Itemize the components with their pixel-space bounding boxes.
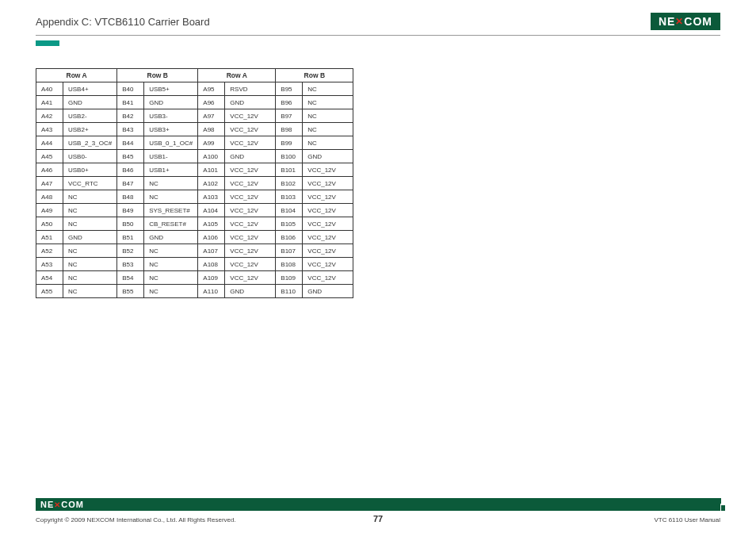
pin-cell: B44 [117, 136, 144, 150]
pin-cell: B106 [276, 231, 303, 244]
pin-cell: A98 [198, 123, 225, 136]
page-header: Appendix C: VTCB6110 Carrier Board NE ✕ … [0, 0, 756, 35]
pin-cell: A55 [36, 285, 63, 298]
pin-cell: B50 [117, 217, 144, 231]
pin-cell: B40 [117, 82, 144, 96]
pinout-table: Row A Row B Row A Row B A40USB4+B40USB5+… [36, 68, 353, 298]
logo-part-ne: NE [659, 15, 675, 28]
signal-cell: VCC_12V [225, 109, 276, 123]
accent-chip [36, 40, 59, 46]
pin-cell: A47 [36, 177, 63, 190]
signal-cell: NC [63, 271, 117, 285]
table-row: A42USB2-B42USB3-A97VCC_12VB97NC [36, 109, 353, 123]
pin-cell: A43 [36, 123, 63, 136]
pin-cell: B53 [117, 258, 144, 271]
signal-cell: NC [63, 285, 117, 298]
signal-cell: VCC_12V [225, 244, 276, 258]
logo-part-com: COM [684, 15, 712, 28]
signal-cell: VCC_12V [225, 123, 276, 136]
pin-cell: A100 [198, 150, 225, 163]
table-row: A51GNDB51GNDA106VCC_12VB106VCC_12V [36, 231, 353, 244]
signal-cell: VCC_12V [303, 204, 353, 217]
footer-logo-x-icon: ✕ [54, 500, 61, 509]
pin-cell: A108 [198, 258, 225, 271]
signal-cell: NC [63, 217, 117, 231]
pin-cell: B96 [276, 96, 303, 109]
pin-cell: B42 [117, 109, 144, 123]
signal-cell: CB_RESET# [144, 217, 198, 231]
signal-cell: NC [144, 271, 198, 285]
pin-cell: A110 [198, 285, 225, 298]
col-header-row-b2: Row B [276, 69, 353, 82]
signal-cell: VCC_RTC [63, 177, 117, 190]
pin-cell: A44 [36, 136, 63, 150]
signal-cell: USB1- [144, 150, 198, 163]
pin-cell: A49 [36, 204, 63, 217]
pin-cell: B52 [117, 244, 144, 258]
signal-cell: GND [225, 96, 276, 109]
table-row: A47VCC_RTCB47NCA102VCC_12VB102VCC_12V [36, 177, 353, 190]
table-row: A50NCB50CB_RESET#A105VCC_12VB105VCC_12V [36, 217, 353, 231]
footer-logo-ne: NE [40, 500, 54, 509]
signal-cell: GND [63, 231, 117, 244]
pin-cell: B104 [276, 204, 303, 217]
signal-cell: USB4+ [63, 82, 117, 96]
signal-cell: VCC_12V [225, 258, 276, 271]
signal-cell: USB_0_1_OC# [144, 136, 198, 150]
table-row: A43USB2+B43USB3+A98VCC_12VB98NC [36, 123, 353, 136]
pin-cell: B107 [276, 244, 303, 258]
signal-cell: VCC_12V [303, 231, 353, 244]
signal-cell: GND [144, 231, 198, 244]
signal-cell: USB0+ [63, 163, 117, 177]
signal-cell: VCC_12V [225, 204, 276, 217]
signal-cell: NC [144, 190, 198, 204]
table-row: A44USB_2_3_OC#B44USB_0_1_OC#A99VCC_12VB9… [36, 136, 353, 150]
pin-cell: A53 [36, 258, 63, 271]
signal-cell: NC [144, 258, 198, 271]
table-row: A54NCB54NCA109VCC_12VB109VCC_12V [36, 271, 353, 285]
signal-cell: USB3+ [144, 123, 198, 136]
pin-cell: B99 [276, 136, 303, 150]
pin-cell: B108 [276, 258, 303, 271]
signal-cell: VCC_12V [225, 190, 276, 204]
pin-cell: A99 [198, 136, 225, 150]
pin-cell: B45 [117, 150, 144, 163]
pin-cell: B103 [276, 190, 303, 204]
signal-cell: USB_2_3_OC# [63, 136, 117, 150]
signal-cell: GND [63, 96, 117, 109]
table-row: A48NCB48NCA103VCC_12VB103VCC_12V [36, 190, 353, 204]
pin-cell: A101 [198, 163, 225, 177]
pin-cell: A107 [198, 244, 225, 258]
pin-cell: A40 [36, 82, 63, 96]
signal-cell: SYS_RESET# [144, 204, 198, 217]
pin-cell: A45 [36, 150, 63, 163]
signal-cell: GND [303, 150, 353, 163]
table-row: A52NCB52NCA107VCC_12VB107VCC_12V [36, 244, 353, 258]
header-divider [36, 35, 720, 36]
signal-cell: NC [303, 96, 353, 109]
pin-cell: B98 [276, 123, 303, 136]
signal-cell: USB5+ [144, 82, 198, 96]
pin-cell: B102 [276, 177, 303, 190]
brand-logo: NE ✕ COM [651, 13, 720, 30]
signal-cell: USB0- [63, 150, 117, 163]
signal-cell: NC [303, 109, 353, 123]
signal-cell: VCC_12V [225, 271, 276, 285]
signal-cell: NC [63, 258, 117, 271]
pin-cell: A95 [198, 82, 225, 96]
pin-cell: A103 [198, 190, 225, 204]
col-header-row-a1: Row A [36, 69, 117, 82]
signal-cell: NC [303, 136, 353, 150]
pin-cell: B55 [117, 285, 144, 298]
signal-cell: VCC_12V [225, 177, 276, 190]
pin-cell: B41 [117, 96, 144, 109]
col-header-row-b1: Row B [117, 69, 198, 82]
table-row: A49NCB49SYS_RESET#A104VCC_12VB104VCC_12V [36, 204, 353, 217]
copyright-text: Copyright © 2009 NEXCOM International Co… [36, 516, 236, 523]
table-row: A55NCB55NCA110GNDB110GND [36, 285, 353, 298]
signal-cell: NC [303, 123, 353, 136]
signal-cell: VCC_12V [303, 258, 353, 271]
pin-cell: B43 [117, 123, 144, 136]
pin-cell: A97 [198, 109, 225, 123]
signal-cell: VCC_12V [225, 231, 276, 244]
